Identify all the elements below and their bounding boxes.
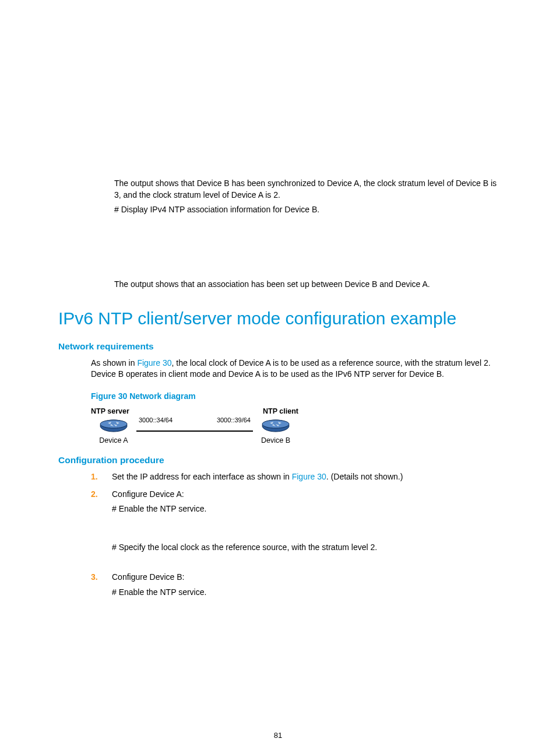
step-2-text: Configure Device A: xyxy=(112,489,499,501)
intro-para-2: # Display IPv4 NTP association informati… xyxy=(58,204,499,216)
router-icon xyxy=(100,419,128,432)
ntp-server-label: NTP server xyxy=(91,407,129,417)
ip-address-a: 3000::34/64 xyxy=(139,416,173,425)
device-b-label: Device B xyxy=(261,436,290,446)
netreq-body-pre: As shown in xyxy=(91,358,137,368)
ip-address-b: 3000::39/64 xyxy=(217,416,251,425)
step-1-text-post: . (Details not shown.) xyxy=(326,472,403,481)
step-1-text-pre: Set the IP address for each interface as… xyxy=(112,472,292,481)
netreq-body: As shown in Figure 30, the local clock o… xyxy=(58,358,499,380)
step-3-text: Configure Device B: xyxy=(112,572,499,583)
step-2: 2. Configure Device A: # Enable the NTP … xyxy=(91,489,499,566)
step-2-sub2: # Specify the local clock as the referen… xyxy=(112,542,499,554)
network-diagram: NTP server NTP client 3000::34/64 3000::… xyxy=(58,407,499,446)
network-link-line xyxy=(136,430,253,432)
step-marker: 3. xyxy=(91,572,112,598)
intro-para-3: The output shows that an association has… xyxy=(58,279,499,290)
step-3-sub1: # Enable the NTP service. xyxy=(112,587,499,598)
page-number: 81 xyxy=(0,730,556,741)
section-configuration-procedure: Configuration procedure xyxy=(58,454,499,467)
step-marker: 1. xyxy=(91,471,112,483)
figure-caption: Figure 30 Network diagram xyxy=(58,391,499,402)
intro-para-1: The output shows that Device B has been … xyxy=(58,178,499,201)
step-2-sub1: # Enable the NTP service. xyxy=(112,503,499,515)
device-a-label: Device A xyxy=(99,436,128,446)
section-network-requirements: Network requirements xyxy=(58,340,499,353)
step-marker: 2. xyxy=(91,489,112,566)
figure-link-30b[interactable]: Figure 30 xyxy=(292,472,326,481)
step-3: 3. Configure Device B: # Enable the NTP … xyxy=(91,572,499,598)
page-heading: IPv6 NTP client/server mode configuratio… xyxy=(58,307,499,330)
procedure-list: 1. Set the IP address for each interface… xyxy=(58,471,499,598)
ntp-client-label: NTP client xyxy=(263,407,298,417)
step-1: 1. Set the IP address for each interface… xyxy=(91,471,499,483)
figure-link-30a[interactable]: Figure 30 xyxy=(137,358,171,368)
router-icon xyxy=(262,419,290,432)
